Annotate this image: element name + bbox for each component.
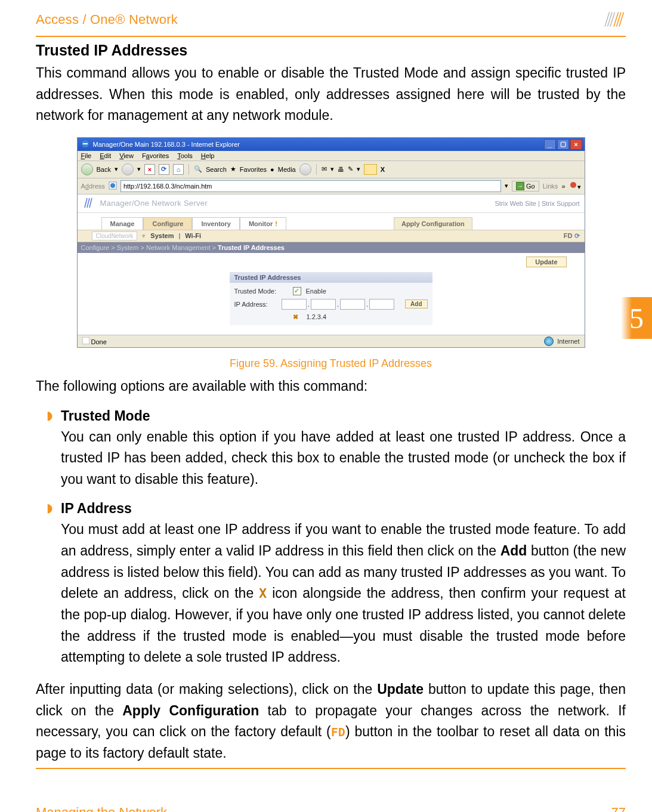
trusted-mode-label: Trusted Mode: — [234, 288, 288, 295]
figure-caption: Figure 59. Assigning Trusted IP Addresse… — [230, 357, 432, 370]
subtab-system[interactable]: System — [150, 232, 174, 239]
favorites-label[interactable]: Favorites — [240, 166, 267, 173]
tab-apply-configuration[interactable]: Apply Configuration — [394, 217, 472, 230]
footer-rule — [36, 768, 626, 769]
fd-inline-icon: FD — [331, 725, 345, 739]
internet-zone-icon — [544, 336, 554, 346]
menu-help[interactable]: Help — [201, 152, 215, 159]
edit-icon[interactable]: ✎ — [348, 165, 353, 173]
app-title: Manager/One Network Server — [100, 199, 489, 208]
content-area: Update Trusted IP Addresses Trusted Mode… — [78, 253, 585, 335]
strix-logo-icon — [82, 197, 94, 210]
media-label[interactable]: Media — [278, 166, 296, 173]
links-label[interactable]: Links — [543, 183, 558, 190]
footer-page-number: 77 — [611, 805, 626, 812]
delete-entry-icon[interactable]: ✖ — [293, 313, 298, 321]
refresh-small-icon[interactable]: ⟳ — [574, 232, 580, 239]
bullet-icon: ◗ — [47, 408, 55, 424]
back-label[interactable]: Back — [97, 166, 111, 173]
toolbar-extra-icon[interactable]: ▾ — [569, 181, 581, 191]
tab-monitor[interactable]: Monitor! — [240, 217, 286, 230]
option-ip-address-body: You must add at least one IP address if … — [61, 519, 626, 668]
minimize-icon[interactable]: _ — [544, 139, 556, 150]
window-titlebar: Manager/One Main 192.168.0.3 - Internet … — [78, 138, 585, 151]
tab-manage[interactable]: Manage — [101, 217, 144, 230]
cloud-network-pill[interactable]: CloudNetwork — [92, 231, 138, 240]
fd-button[interactable]: FD — [564, 232, 573, 239]
menu-edit[interactable]: Edit — [100, 152, 111, 159]
forward-chevron-icon[interactable]: ▾ — [137, 165, 141, 173]
back-chevron-icon[interactable]: ▾ — [115, 165, 118, 173]
ip-address-label: IP Address: — [234, 301, 277, 308]
update-button[interactable]: Update — [526, 257, 566, 267]
home-icon[interactable]: ⌂ — [173, 164, 184, 175]
app-header-links[interactable]: Strix Web Site | Strix Support — [495, 200, 579, 207]
status-bar: Done Internet — [78, 335, 585, 347]
address-input[interactable] — [120, 180, 501, 192]
breadcrumb: Configure > System > Network Management … — [78, 242, 585, 253]
screenshot-window: Manager/One Main 192.168.0.3 - Internet … — [77, 137, 585, 348]
header-rule — [36, 36, 626, 37]
menu-favorites[interactable]: Favorites — [142, 152, 169, 159]
trusted-mode-checkbox[interactable]: ✓ — [293, 287, 301, 295]
mail-icon[interactable]: ✉ — [322, 165, 327, 173]
search-label[interactable]: Search — [206, 166, 227, 173]
delete-x-icon: X — [259, 586, 267, 601]
bullet-icon: ◗ — [47, 501, 55, 517]
tab-inventory[interactable]: Inventory — [192, 217, 240, 230]
warning-icon: ! — [275, 220, 277, 227]
brand-logo-icon — [598, 10, 626, 30]
back-icon[interactable] — [81, 163, 93, 175]
browser-toolbar: Back ▾ ▾ × ⟳ ⌂ 🔍 Search ★ Favorites ● Me… — [78, 161, 585, 178]
enable-label: Enable — [306, 288, 326, 295]
chapter-tab: 5 — [621, 297, 652, 339]
strix-x-icon[interactable]: X — [381, 166, 385, 173]
search-icon[interactable]: 🔍 — [194, 165, 202, 173]
add-button[interactable]: Add — [405, 300, 427, 308]
ip-entry: 1.2.3.4 — [307, 313, 327, 320]
close-icon[interactable]: × — [570, 139, 582, 150]
menu-tools[interactable]: Tools — [177, 152, 193, 159]
history-icon[interactable] — [299, 163, 311, 175]
closing-paragraph: After inputting data (or making selectio… — [36, 679, 626, 764]
sub-toolbar: CloudNetwork ▾ System | Wi-Fi FD ⟳ — [78, 230, 585, 242]
status-zone: Internet — [557, 338, 579, 345]
address-dropdown-icon[interactable]: ▾ — [505, 182, 508, 190]
favorites-icon[interactable]: ★ — [230, 165, 236, 173]
folder-icon[interactable] — [364, 164, 377, 175]
media-icon[interactable]: ● — [270, 166, 274, 173]
intro-paragraph: This command allows you to enable or dis… — [36, 63, 626, 126]
menu-file[interactable]: File — [81, 152, 92, 159]
option-trusted-mode-title: Trusted Mode — [61, 408, 150, 424]
brand-title: Access / One® Network — [36, 12, 178, 27]
menu-view[interactable]: View — [119, 152, 134, 159]
trusted-ip-panel: Trusted IP Addresses Trusted Mode: ✓ Ena… — [230, 272, 432, 325]
refresh-icon[interactable]: ⟳ — [159, 164, 169, 175]
address-bar: Address ▾ →Go Links » ▾ — [78, 178, 585, 194]
svg-point-2 — [110, 183, 115, 188]
address-label: Address — [81, 183, 105, 190]
ie-icon — [81, 140, 89, 149]
status-done: Done — [91, 338, 107, 345]
maximize-icon[interactable]: ▢ — [557, 139, 569, 150]
menu-bar: File Edit View Favorites Tools Help — [78, 151, 585, 161]
svg-rect-4 — [82, 337, 89, 344]
forward-icon[interactable] — [122, 163, 134, 175]
section-heading: Trusted IP Addresses — [36, 42, 626, 59]
window-title: Manager/One Main 192.168.0.3 - Internet … — [93, 141, 240, 148]
primary-tabs: Manage Configure Inventory Monitor! Appl… — [78, 213, 585, 230]
go-button[interactable]: →Go — [512, 181, 539, 192]
tab-configure[interactable]: Configure — [143, 217, 192, 230]
subtab-wifi[interactable]: Wi-Fi — [185, 232, 201, 239]
ip-input-group[interactable]: ... — [282, 299, 394, 310]
footer-section-title: Managing the Network — [36, 805, 167, 812]
options-intro: The following options are available with… — [36, 376, 626, 397]
panel-header: Trusted IP Addresses — [230, 272, 432, 283]
page-favicon-icon — [109, 181, 117, 191]
option-ip-address-title: IP Address — [61, 501, 132, 517]
print-icon[interactable]: 🖶 — [338, 166, 344, 173]
stop-icon[interactable]: × — [144, 164, 155, 175]
option-trusted-mode-body: You can only enable this option if you h… — [61, 427, 626, 490]
app-header: Manager/One Network Server Strix Web Sit… — [78, 194, 585, 213]
links-dropdown-icon[interactable]: » — [561, 183, 565, 190]
